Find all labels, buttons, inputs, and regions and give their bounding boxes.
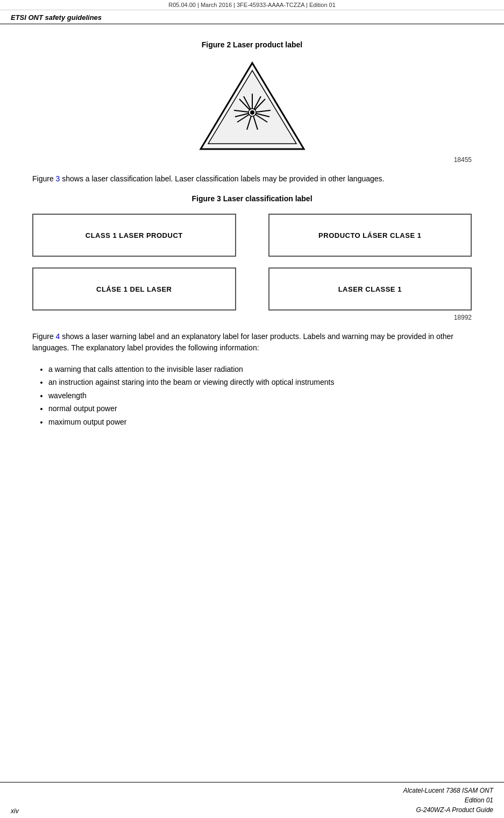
- class-box-2: PRODUCTO LÁSER CLASE 1: [268, 214, 472, 257]
- footer-page-number: xiv: [11, 807, 19, 815]
- footer-right: Alcatel-Lucent 7368 ISAM ONT Edition 01 …: [403, 786, 493, 815]
- laser-warning-triangle-icon: [198, 59, 306, 153]
- section-label: ETSI ONT safety guidelines: [0, 10, 504, 24]
- list-item: maximum output power: [48, 416, 472, 428]
- footer: xiv Alcatel-Lucent 7368 ISAM ONT Edition…: [0, 782, 504, 818]
- figure2-number: 18455: [32, 156, 472, 164]
- figure4-text-part2: shows a laser warning label and an expla…: [32, 332, 453, 352]
- figure3-number: 18992: [32, 314, 472, 321]
- figure3-text-part1: Figure: [32, 174, 56, 183]
- svg-point-16: [251, 111, 254, 114]
- figure3-title: Figure 3 Laser classification label: [32, 194, 472, 203]
- list-item: normal output power: [48, 403, 472, 414]
- figure4-text-part1: Figure: [32, 332, 56, 341]
- laser-triangle-container: [32, 59, 472, 153]
- class-box-3: CLÁSE 1 DEL LASER: [32, 267, 236, 311]
- main-content: Figure 2 Laser product label: [0, 35, 504, 482]
- footer-product-name: Alcatel-Lucent 7368 ISAM ONT: [403, 786, 493, 795]
- list-item: wavelength: [48, 390, 472, 401]
- header-text: R05.04.00 | March 2016 | 3FE-45933-AAAA-…: [168, 2, 336, 8]
- list-item: a warning that calls attention to the in…: [48, 363, 472, 375]
- figure3-text-part2: shows a laser classification label. Lase…: [60, 174, 384, 183]
- laser-triangle-wrapper: [198, 59, 306, 153]
- header-bar: R05.04.00 | March 2016 | 3FE-45933-AAAA-…: [0, 0, 504, 10]
- figure2-title: Figure 2 Laser product label: [32, 40, 472, 49]
- figure4-ref-paragraph: Figure 4 shows a laser warning label and…: [32, 331, 472, 354]
- footer-edition: Edition 01: [403, 795, 493, 805]
- bullet-list: a warning that calls attention to the in…: [48, 363, 472, 428]
- class-box-1: CLASS 1 LASER PRODUCT: [32, 214, 236, 257]
- footer-guide-name: G-240WZ-A Product Guide: [403, 805, 493, 815]
- figure3-ref-paragraph: Figure 3 shows a laser classification la…: [32, 173, 472, 185]
- class-box-4: LASER CLASSE 1: [268, 267, 472, 311]
- list-item: an instruction against staring into the …: [48, 376, 472, 388]
- classification-grid: CLASS 1 LASER PRODUCT PRODUCTO LÁSER CLA…: [32, 214, 472, 311]
